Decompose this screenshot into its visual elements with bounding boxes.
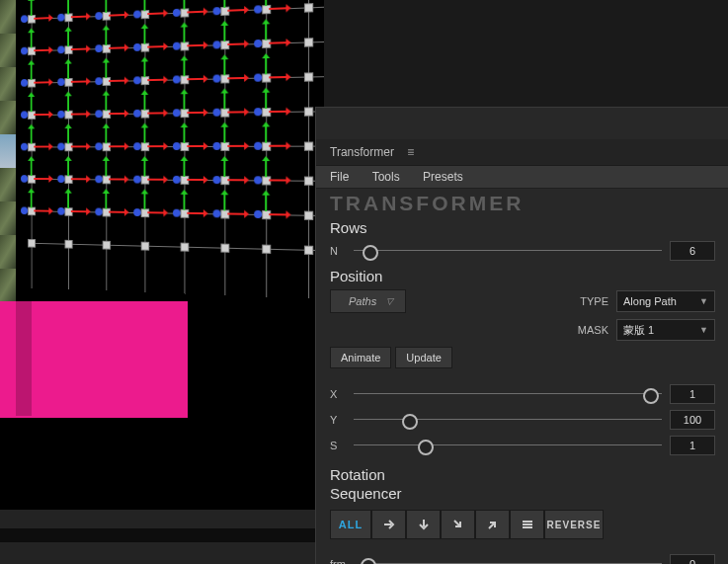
label-x: X xyxy=(330,388,346,400)
s-value[interactable]: 1 xyxy=(670,436,715,455)
label-s: S xyxy=(330,440,346,451)
rot-down-button[interactable] xyxy=(406,510,441,539)
mask-dropdown[interactable]: 蒙版 1▼ xyxy=(616,319,715,341)
rot-stagger-button[interactable] xyxy=(510,510,544,539)
rows-slider[interactable] xyxy=(354,244,662,258)
s-slider[interactable] xyxy=(354,439,662,452)
frm-value[interactable]: 0 xyxy=(670,554,715,564)
brand-logo: TRANSFORMER xyxy=(316,189,728,215)
transformer-panel: Transformer ≡ File Tools Presets TRANSFO… xyxy=(315,107,728,564)
rot-diag-down-button[interactable] xyxy=(441,510,475,539)
y-slider[interactable] xyxy=(354,413,662,427)
rot-right-button[interactable] xyxy=(371,510,406,539)
panel-menu-icon[interactable]: ≡ xyxy=(407,139,412,165)
rot-reverse-button[interactable]: REVERSE xyxy=(544,510,604,539)
update-button[interactable]: Update xyxy=(395,347,451,368)
panel-title: Transformer xyxy=(330,145,394,159)
section-position: Position xyxy=(316,264,728,286)
menu-file[interactable]: File xyxy=(330,166,349,188)
rot-all-button[interactable]: ALL xyxy=(330,510,371,539)
chevron-down-icon: ▽ xyxy=(386,291,393,311)
section-rows: Rows xyxy=(316,215,728,238)
label-mask: MASK xyxy=(567,324,608,336)
menu-presets[interactable]: Presets xyxy=(423,166,463,188)
paths-button[interactable]: Paths ▽ xyxy=(330,289,406,313)
composition-viewport[interactable] xyxy=(0,0,324,510)
rows-value[interactable]: 6 xyxy=(670,241,715,261)
y-value[interactable]: 100 xyxy=(670,410,715,430)
label-n: N xyxy=(330,245,346,257)
x-slider[interactable] xyxy=(354,387,662,401)
rot-diag-up-button[interactable] xyxy=(475,510,510,539)
timeline-strip xyxy=(0,528,324,542)
animate-button[interactable]: Animate xyxy=(330,347,391,368)
label-y: Y xyxy=(330,414,346,426)
section-rotation: Rotation xyxy=(316,458,728,485)
type-dropdown[interactable]: Along Path▼ xyxy=(616,290,715,312)
label-frm: frm xyxy=(330,558,354,564)
chevron-down-icon: ▼ xyxy=(699,320,708,340)
wireframe-grid xyxy=(32,0,324,303)
chevron-down-icon: ▼ xyxy=(699,291,708,311)
frm-slider[interactable] xyxy=(362,557,662,564)
menu-tools[interactable]: Tools xyxy=(372,166,400,188)
x-value[interactable]: 1 xyxy=(670,384,715,404)
panel-header[interactable]: Transformer ≡ xyxy=(316,139,728,166)
rotation-button-row: ALL REVERSE xyxy=(330,510,715,539)
panel-menubar: File Tools Presets xyxy=(316,166,728,189)
label-type: TYPE xyxy=(567,295,608,307)
section-sequencer: Sequencer xyxy=(316,485,728,504)
